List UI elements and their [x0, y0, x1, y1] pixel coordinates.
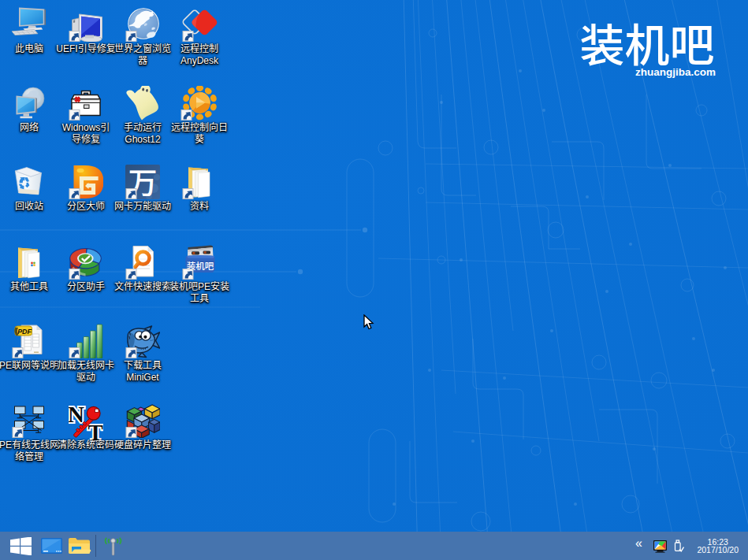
- svg-text:N: N: [69, 403, 84, 427]
- svg-text:PDF: PDF: [17, 328, 32, 336]
